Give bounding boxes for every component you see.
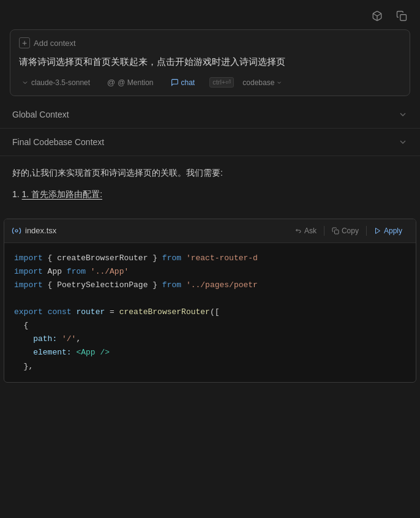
code-line: import { PoetrySelectionPage } from '../… [14, 279, 406, 292]
copy-icon-button[interactable] [393, 7, 410, 24]
svg-marker-4 [375, 228, 380, 233]
apply-button[interactable]: Apply [368, 224, 408, 238]
code-actions: Ask Copy Apply [288, 224, 408, 238]
code-line: path: '/', [14, 332, 406, 346]
input-text[interactable]: 请将诗词选择页和首页关联起来，点击开始游戏时进入诗词选择页 [19, 54, 401, 69]
code-block: index.tsx Ask Copy [4, 219, 416, 383]
copy-button[interactable]: Copy [326, 224, 365, 238]
model-selector[interactable]: claude-3.5-sonnet [19, 77, 92, 88]
code-line: export const router = createBrowserRoute… [14, 306, 406, 319]
top-toolbar [0, 0, 420, 29]
code-line: { [14, 319, 406, 332]
step-label: 1. 1. 首先添加路由配置: [12, 189, 408, 200]
add-context-row: + Add context [19, 37, 401, 48]
global-context-label: Global Context [12, 110, 69, 119]
input-area: + Add context 请将诗词选择页和首页关联起来，点击开始游戏时进入诗词… [10, 29, 410, 96]
final-codebase-label: Final Codebase Context [12, 137, 104, 147]
global-context-section[interactable]: Global Context [0, 101, 420, 129]
main-content: 好的,让我们来实现首页和诗词选择页的关联。我们需要: 1. 1. 首先添加路由配… [0, 156, 420, 219]
code-body: import { createBrowserRouter } from 'rea… [4, 243, 416, 382]
svg-rect-1 [400, 15, 407, 21]
code-line: import { createBrowserRouter } from 'rea… [14, 252, 406, 265]
code-file-info: index.tsx [12, 226, 56, 236]
mention-label: @ Mention [118, 78, 153, 87]
code-line [14, 292, 406, 306]
file-settings-icon [12, 226, 21, 236]
add-context-plus-button[interactable]: + [19, 37, 30, 48]
keyboard-hint: ctrl+⏎ [209, 77, 234, 88]
codebase-label: codebase [242, 78, 274, 87]
copy-label: Copy [342, 227, 359, 235]
svg-point-2 [15, 230, 18, 232]
code-line: import App from '../App' [14, 265, 406, 279]
codebase-selector[interactable]: codebase [240, 77, 285, 88]
svg-rect-3 [334, 230, 339, 234]
model-name: claude-3.5-sonnet [31, 78, 90, 87]
file-name: index.tsx [25, 226, 56, 235]
cube-icon-button[interactable] [369, 7, 386, 24]
at-icon: @ [107, 78, 115, 87]
final-codebase-section[interactable]: Final Codebase Context [0, 129, 420, 156]
response-text: 好的,让我们来实现首页和诗词选择页的关联。我们需要: [12, 166, 408, 181]
mention-button[interactable]: @ @ Mention [105, 77, 156, 88]
chat-mode-button[interactable]: chat [168, 77, 198, 88]
apply-label: Apply [384, 227, 402, 235]
step-description: 1. 首先添加路由配置: [22, 189, 102, 199]
ask-label: Ask [304, 227, 317, 235]
step-number: 1. [12, 189, 22, 199]
chat-mode-label: chat [181, 78, 195, 87]
toolbar-row: claude-3.5-sonnet @ @ Mention chat ctrl+… [19, 77, 401, 88]
add-context-label[interactable]: Add context [34, 39, 76, 48]
ask-button[interactable]: Ask [288, 224, 323, 238]
code-line: }, [14, 360, 406, 373]
code-block-header: index.tsx Ask Copy [4, 219, 416, 243]
final-codebase-chevron [398, 137, 408, 147]
separator-1 [324, 226, 324, 236]
separator-2 [366, 226, 367, 236]
global-context-chevron [398, 110, 408, 119]
code-line: element: <App /> [14, 346, 406, 359]
